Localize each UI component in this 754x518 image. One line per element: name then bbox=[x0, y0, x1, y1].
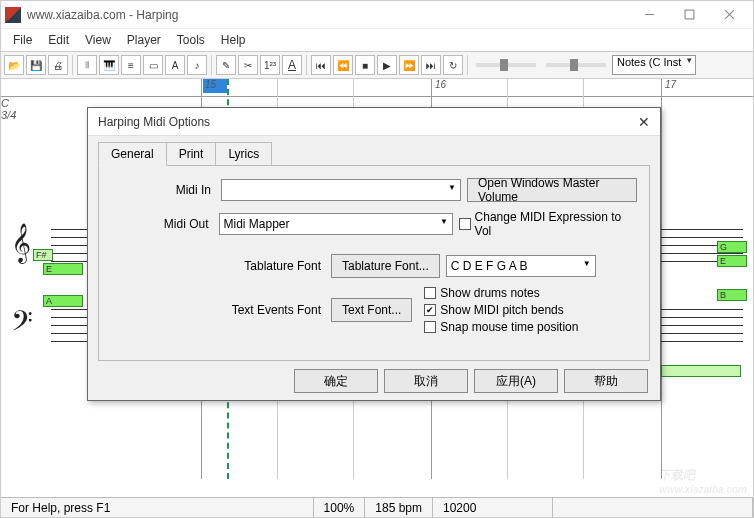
tab-panel: Midi In Open Windows Master Volume Midi … bbox=[98, 165, 650, 361]
tab-lyrics[interactable]: Lyrics bbox=[215, 142, 272, 165]
open-master-volume-button[interactable]: Open Windows Master Volume bbox=[467, 178, 637, 202]
menu-file[interactable]: File bbox=[5, 31, 40, 49]
apply-button[interactable]: 应用(A) bbox=[474, 369, 558, 393]
menu-edit[interactable]: Edit bbox=[40, 31, 77, 49]
tempo-slider[interactable] bbox=[476, 63, 536, 67]
dialog-button-row: 确定 取消 应用(A) 帮助 bbox=[88, 361, 660, 401]
menu-tools[interactable]: Tools bbox=[169, 31, 213, 49]
cancel-button[interactable]: 取消 bbox=[384, 369, 468, 393]
menu-view[interactable]: View bbox=[77, 31, 119, 49]
note-block[interactable] bbox=[661, 365, 741, 377]
midi-options-dialog: Harping Midi Options ✕ General Print Lyr… bbox=[87, 107, 661, 401]
menubar: File Edit View Player Tools Help bbox=[1, 29, 753, 51]
dialog-title: Harping Midi Options bbox=[98, 115, 638, 129]
fastfwd-icon[interactable]: ⏩ bbox=[399, 55, 419, 75]
rewind-icon[interactable]: ⏪ bbox=[333, 55, 353, 75]
status-hint: For Help, press F1 bbox=[1, 498, 314, 517]
tablature-font-button[interactable]: Tablature Font... bbox=[331, 254, 440, 278]
tablature-font-label: Tablature Font bbox=[111, 259, 325, 273]
note-block[interactable]: E bbox=[43, 263, 83, 275]
svg-rect-1 bbox=[685, 10, 694, 19]
separator bbox=[211, 55, 212, 75]
tick-17: 17 bbox=[665, 79, 676, 90]
app-icon bbox=[5, 7, 21, 23]
font-icon[interactable]: A bbox=[282, 55, 302, 75]
key-signature: C 3/4 bbox=[1, 97, 29, 121]
edit-icon[interactable]: ✎ bbox=[216, 55, 236, 75]
bass-clef-icon: 𝄢 bbox=[11, 305, 33, 345]
dialog-close-icon[interactable]: ✕ bbox=[638, 114, 650, 130]
open-icon[interactable]: 📂 bbox=[4, 55, 24, 75]
treble-clef-icon: 𝄞 bbox=[11, 223, 31, 263]
tablature-font-sample[interactable]: C D E F G A B bbox=[446, 255, 596, 277]
channel-icon[interactable]: ▭ bbox=[143, 55, 163, 75]
harp-view-icon[interactable]: ⦀ bbox=[77, 55, 97, 75]
tick-15: 15 bbox=[205, 79, 216, 90]
status-zoom: 100% bbox=[314, 498, 366, 517]
tempo-icon[interactable]: 1²³ bbox=[260, 55, 280, 75]
note-block[interactable]: G bbox=[717, 241, 747, 253]
separator bbox=[306, 55, 307, 75]
tab-general[interactable]: General bbox=[98, 142, 167, 166]
midi-in-dropdown[interactable] bbox=[221, 179, 461, 201]
help-button[interactable]: 帮助 bbox=[564, 369, 648, 393]
clef-letter: C bbox=[1, 97, 29, 109]
gridline bbox=[661, 79, 662, 479]
snap-mouse-checkbox[interactable]: Snap mouse time position bbox=[424, 320, 578, 334]
text-events-font-label: Text Events Font bbox=[111, 303, 325, 317]
note-block[interactable]: F# bbox=[33, 249, 53, 261]
window-title: www.xiazaiba.com - Harping bbox=[27, 8, 629, 22]
titlebar: www.xiazaiba.com - Harping bbox=[1, 1, 753, 29]
midi-in-label: Midi In bbox=[111, 183, 215, 197]
separator bbox=[72, 55, 73, 75]
menu-help[interactable]: Help bbox=[213, 31, 254, 49]
midi-out-dropdown[interactable]: Midi Mapper bbox=[219, 213, 453, 235]
note-icon[interactable]: ♪ bbox=[187, 55, 207, 75]
volume-slider[interactable] bbox=[546, 63, 606, 67]
note-block[interactable]: B bbox=[717, 289, 747, 301]
separator bbox=[467, 55, 468, 75]
ok-button[interactable]: 确定 bbox=[294, 369, 378, 393]
notes-combo[interactable]: Notes (C Inst bbox=[612, 55, 696, 75]
note-block[interactable]: A bbox=[43, 295, 83, 307]
cut-icon[interactable]: ✂ bbox=[238, 55, 258, 75]
tab-print[interactable]: Print bbox=[166, 142, 217, 165]
note-block[interactable]: E bbox=[717, 255, 747, 267]
text-font-button[interactable]: Text Font... bbox=[331, 298, 412, 322]
midi-out-label: Midi Out bbox=[111, 217, 213, 231]
loop-icon[interactable]: ↻ bbox=[443, 55, 463, 75]
time-signature: 3/4 bbox=[1, 109, 29, 121]
first-icon[interactable]: ⏮ bbox=[311, 55, 331, 75]
print-icon[interactable]: 🖨 bbox=[48, 55, 68, 75]
track-icon[interactable]: ≡ bbox=[121, 55, 141, 75]
show-drums-checkbox[interactable]: Show drums notes bbox=[424, 286, 578, 300]
status-tempo: 185 bpm bbox=[365, 498, 433, 517]
tick-16: 16 bbox=[435, 79, 446, 90]
keyboard-icon[interactable]: 🎹 bbox=[99, 55, 119, 75]
timeline-ruler[interactable]: 15 16 17 bbox=[1, 79, 753, 97]
status-empty bbox=[553, 498, 753, 517]
dialog-titlebar[interactable]: Harping Midi Options ✕ bbox=[88, 108, 660, 136]
close-button[interactable] bbox=[709, 1, 749, 29]
maximize-button[interactable] bbox=[669, 1, 709, 29]
play-icon[interactable]: ▶ bbox=[377, 55, 397, 75]
menu-player[interactable]: Player bbox=[119, 31, 169, 49]
last-icon[interactable]: ⏭ bbox=[421, 55, 441, 75]
toolbar: 📂 💾 🖨 ⦀ 🎹 ≡ ▭ A ♪ ✎ ✂ 1²³ A ⏮ ⏪ ■ ▶ ⏩ ⏭ … bbox=[1, 51, 753, 79]
status-position: 10200 bbox=[433, 498, 553, 517]
tab-row: General Print Lyrics bbox=[88, 136, 660, 165]
minimize-button[interactable] bbox=[629, 1, 669, 29]
status-bar: For Help, press F1 100% 185 bpm 10200 bbox=[1, 497, 753, 517]
text-icon[interactable]: A bbox=[165, 55, 185, 75]
stop-icon[interactable]: ■ bbox=[355, 55, 375, 75]
save-icon[interactable]: 💾 bbox=[26, 55, 46, 75]
change-expression-checkbox[interactable]: Change MIDI Expression to Vol bbox=[459, 210, 637, 238]
show-pitch-bends-checkbox[interactable]: ✔Show MIDI pitch bends bbox=[424, 303, 578, 317]
